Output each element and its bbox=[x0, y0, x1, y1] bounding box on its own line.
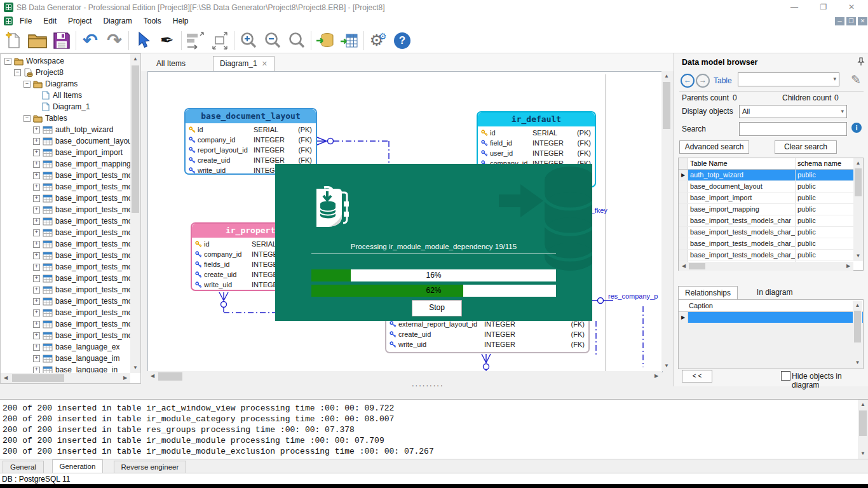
tree-item-base-language-ex[interactable]: +base_language_ex bbox=[1, 341, 130, 353]
caption-grid[interactable]: Caption ▶ ▲ ▼ bbox=[678, 299, 864, 369]
tree-item-base-import-tests-models-char[interactable]: +base_import_tests_models_char bbox=[1, 227, 130, 238]
forward-icon[interactable]: → bbox=[696, 74, 710, 88]
tab-close-icon[interactable]: ✕ bbox=[262, 60, 268, 67]
save-icon[interactable] bbox=[50, 29, 74, 52]
field-row[interactable]: create_uidINTEGER(FK) bbox=[386, 329, 588, 339]
log-vertical-scrollbar[interactable]: ▲ ▼ bbox=[858, 400, 868, 459]
expand-expander-icon[interactable]: + bbox=[33, 264, 40, 271]
menu-diagram[interactable]: Diagram bbox=[97, 15, 137, 27]
clear-search-button[interactable]: Clear search bbox=[775, 140, 837, 154]
expand-expander-icon[interactable]: + bbox=[33, 309, 40, 316]
zoom-icon[interactable] bbox=[285, 29, 309, 52]
close-button[interactable]: ✕ bbox=[844, 3, 859, 13]
table-row[interactable]: ▶auth_totp_wizardpublic bbox=[679, 170, 863, 181]
back-icon[interactable]: ← bbox=[681, 74, 695, 88]
table-row[interactable]: base_import_tests_models_charpublic bbox=[679, 215, 863, 227]
table-row[interactable]: base_import_tests_models_char_rpublic bbox=[679, 238, 863, 250]
field-row[interactable]: idSERIAL(PK) bbox=[478, 128, 595, 138]
advanced-search-button[interactable]: Advanced search bbox=[679, 140, 749, 154]
table-row[interactable]: base_import_tests_models_char_rpublic bbox=[679, 250, 863, 261]
collapse-expander-icon[interactable]: − bbox=[24, 115, 31, 122]
expand-expander-icon[interactable]: + bbox=[33, 287, 40, 294]
tree-item-base-import-tests-models-char-r[interactable]: +base_import_tests_models_char_r bbox=[1, 204, 130, 215]
output-tab-generation[interactable]: Generation bbox=[52, 459, 104, 474]
collapse-expander-icon[interactable]: − bbox=[24, 81, 31, 88]
mdi-close-button[interactable]: ✕ bbox=[858, 17, 867, 25]
generate-data-database-icon[interactable] bbox=[313, 29, 337, 52]
field-row[interactable]: user_idINTEGER(FK) bbox=[478, 148, 595, 158]
diagram-horizontal-scrollbar[interactable]: ◀ ▶ bbox=[147, 371, 661, 382]
zoom-out-icon[interactable] bbox=[261, 29, 285, 52]
tree-item-diagram-1[interactable]: Diagram_1 bbox=[1, 101, 130, 112]
tree-item-base-import-tests-models-char[interactable]: +base_import_tests_models_char bbox=[1, 170, 130, 181]
tree-horizontal-scrollbar[interactable]: ◀ ▶ bbox=[1, 373, 130, 383]
select-pointer-icon[interactable] bbox=[131, 29, 155, 52]
tree-item-base-import-tests-models-char[interactable]: +base_import_tests_models_char bbox=[1, 330, 130, 341]
open-project-icon[interactable] bbox=[25, 29, 50, 52]
new-project-icon[interactable] bbox=[1, 29, 25, 52]
mdi-restore-button[interactable]: ❐ bbox=[846, 17, 856, 25]
tree-item-base-import-tests-models-char[interactable]: +base_import_tests_models_char bbox=[1, 273, 130, 284]
hide-objects-checkbox[interactable] bbox=[781, 371, 790, 381]
display-objects-combobox[interactable]: All▾ bbox=[739, 105, 847, 118]
collapse-panel-button[interactable]: < < bbox=[682, 370, 712, 383]
zoom-in-icon[interactable] bbox=[236, 29, 261, 52]
align-objects-icon[interactable] bbox=[184, 29, 208, 52]
expand-expander-icon[interactable]: + bbox=[33, 344, 40, 351]
table-row[interactable]: base_import_importpublic bbox=[679, 193, 863, 204]
expand-expander-icon[interactable]: + bbox=[33, 332, 40, 339]
diagram-tab-diagram-1[interactable]: Diagram_1✕ bbox=[213, 56, 275, 71]
search-input[interactable] bbox=[739, 122, 847, 136]
tree-item-base-import-import[interactable]: +base_import_import bbox=[1, 147, 130, 158]
tree-item-all-items[interactable]: All Items bbox=[1, 90, 130, 101]
pin-icon[interactable] bbox=[857, 57, 865, 66]
tree-item-auth-totp-wizard[interactable]: +auth_totp_wizard bbox=[1, 124, 130, 135]
tree-item-base-import-tests-models-char-r[interactable]: +base_import_tests_models_char_r bbox=[1, 181, 130, 193]
help-icon[interactable]: ? bbox=[390, 29, 414, 52]
generate-data-table-icon[interactable] bbox=[337, 29, 362, 52]
table-row[interactable]: base_import_mappingpublic bbox=[679, 204, 863, 215]
fit-diagram-icon[interactable] bbox=[208, 29, 232, 52]
tables-grid[interactable]: Table Nameschema name▶auth_totp_wizardpu… bbox=[678, 158, 864, 271]
expand-expander-icon[interactable]: + bbox=[33, 126, 40, 133]
tree-item-base-language-im[interactable]: +base_language_im bbox=[1, 353, 130, 364]
output-tab-general[interactable]: General bbox=[3, 461, 44, 474]
tree-vertical-scrollbar[interactable]: ▲ ▼ bbox=[130, 54, 140, 373]
tree-item-base-import-tests-models-char[interactable]: +base_import_tests_models_char bbox=[1, 318, 130, 330]
tree-item-base-import-tests-models-char[interactable]: +base_import_tests_models_char bbox=[1, 295, 130, 307]
tree-item-project8[interactable]: −Project8 bbox=[1, 67, 130, 78]
caption-vertical-scrollbar[interactable]: ▲ ▼ bbox=[853, 301, 862, 368]
column-header-table-name[interactable]: Table Name bbox=[688, 158, 796, 169]
tree-item-base-import-tests-models-char[interactable]: +base_import_tests_models_char bbox=[1, 284, 130, 295]
tree-item-base-import-tests-models-char[interactable]: +base_import_tests_models_char bbox=[1, 238, 130, 250]
selected-caption-row[interactable] bbox=[688, 312, 863, 323]
expand-expander-icon[interactable]: + bbox=[33, 298, 40, 305]
tab-in-diagram[interactable]: In diagram bbox=[750, 286, 799, 299]
diagram-tab-all-items[interactable]: All Items bbox=[150, 57, 192, 71]
expand-expander-icon[interactable]: + bbox=[33, 207, 40, 214]
tree-item-base-import-tests-models-char-s[interactable]: +base_import_tests_models_char_s bbox=[1, 215, 130, 227]
expand-expander-icon[interactable]: + bbox=[33, 138, 40, 145]
redo-icon[interactable]: ↷ bbox=[102, 29, 126, 52]
expand-expander-icon[interactable]: + bbox=[33, 172, 40, 179]
expand-expander-icon[interactable]: + bbox=[33, 241, 40, 248]
minimize-button[interactable]: — bbox=[787, 3, 802, 13]
edit-pencil-icon[interactable]: ✎ bbox=[851, 72, 861, 87]
stop-button[interactable]: Stop bbox=[412, 300, 462, 316]
expand-expander-icon[interactable]: + bbox=[33, 355, 40, 362]
grid-horizontal-scrollbar[interactable]: ◀ ▶ bbox=[679, 262, 853, 271]
tree-item-diagrams[interactable]: −Diagrams bbox=[1, 78, 130, 90]
tree-item-base-document-layout[interactable]: +base_document_layout bbox=[1, 135, 130, 147]
expand-expander-icon[interactable]: + bbox=[33, 229, 40, 236]
menu-tools[interactable]: Tools bbox=[138, 15, 167, 27]
settings-gears-icon[interactable]: ⚙⚙ bbox=[366, 29, 390, 52]
field-row[interactable]: company_idINTEGER(FK) bbox=[186, 135, 316, 145]
tree-item-workspace[interactable]: −Workspace bbox=[1, 55, 130, 67]
mdi-minimize-button[interactable]: ─ bbox=[835, 17, 844, 25]
tree-item-base-import-tests-models-char[interactable]: +base_import_tests_models_char bbox=[1, 261, 130, 273]
restore-button[interactable]: ❐ bbox=[816, 3, 831, 13]
collapse-expander-icon[interactable]: − bbox=[4, 58, 11, 65]
menu-file[interactable]: File bbox=[14, 15, 37, 27]
field-row[interactable]: idSERIAL(PK) bbox=[186, 125, 316, 135]
collapse-expander-icon[interactable]: − bbox=[14, 69, 21, 76]
